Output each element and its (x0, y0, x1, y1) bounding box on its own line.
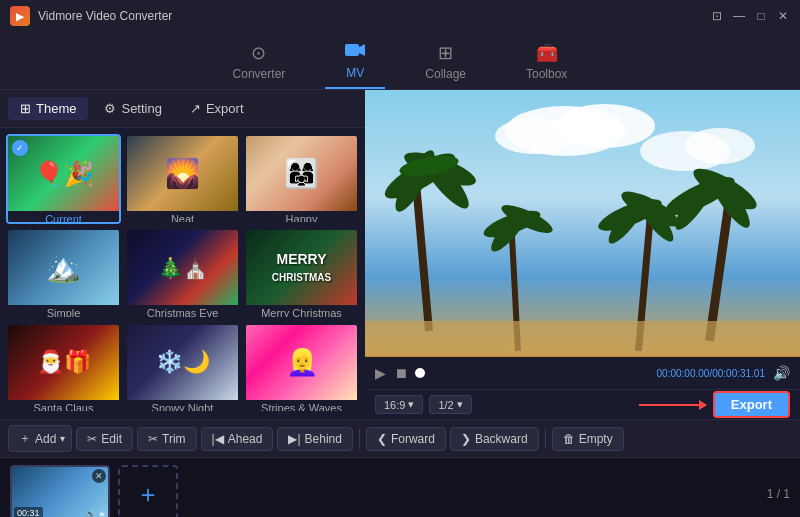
ratio-value: 16:9 (384, 399, 405, 411)
tab-toolbox-label: Toolbox (526, 67, 567, 81)
subtab-theme[interactable]: ⊞ Theme (8, 97, 88, 120)
theme-thumb-neat: 🌄 (127, 136, 238, 211)
svg-point-5 (495, 118, 575, 154)
edit-label: Edit (101, 432, 122, 446)
behind-label: Behind (305, 432, 342, 446)
setting-gear-icon: ⚙ (104, 101, 116, 116)
timeline: ✕ 00:31 🔊 ★ ＋ 1 / 1 (0, 457, 800, 517)
trim-button[interactable]: ✂ Trim (137, 427, 197, 451)
stop-button[interactable]: ⏹ (394, 365, 408, 381)
time-display: 00:00:00.00/00:00:31.01 (657, 368, 765, 379)
behind-icon: ▶| (288, 432, 300, 446)
timeline-clip[interactable]: ✕ 00:31 🔊 ★ (10, 465, 110, 518)
clip-audio-icon: 🔊 (85, 509, 96, 518)
edit-icon: ✂ (87, 432, 97, 446)
subtab-theme-label: Theme (36, 101, 76, 116)
converter-icon: ⊙ (251, 42, 266, 64)
merry-christmas-text: MERRYCHRISTMAS (272, 251, 331, 285)
mv-icon (345, 42, 365, 63)
theme-item-santa-claus[interactable]: 🎅🎁 Santa Claus (6, 323, 121, 413)
theme-label-santa-claus: Santa Claus (8, 400, 119, 413)
ahead-icon: |◀ (212, 432, 224, 446)
forward-label: Forward (391, 432, 435, 446)
theme-item-simple[interactable]: 🏔️ Simple (6, 228, 121, 318)
theme-thumb-stripes: 👱‍♀️ (246, 325, 357, 400)
theme-grid-icon: ⊞ (20, 101, 31, 116)
video-preview (365, 90, 800, 357)
svg-rect-28 (365, 321, 800, 356)
theme-item-current[interactable]: ✓ 🎈🎉 Current (6, 134, 121, 224)
behind-button[interactable]: ▶| Behind (277, 427, 353, 451)
theme-thumb-current: ✓ 🎈🎉 (8, 136, 119, 211)
sub-tabs: ⊞ Theme ⚙ Setting ↗ Export (0, 90, 365, 128)
app-title: Vidmore Video Converter (38, 9, 172, 23)
add-clip-button[interactable]: ＋ (118, 465, 178, 518)
theme-item-merry-christmas[interactable]: MERRYCHRISTMAS Merry Christmas (244, 228, 359, 318)
ratio-left: 16:9 ▾ 1/2 ▾ (375, 395, 472, 414)
ahead-button[interactable]: |◀ Ahead (201, 427, 274, 451)
tab-mv-label: MV (346, 66, 364, 80)
add-plus-icon: ＋ (19, 430, 31, 447)
svg-point-7 (685, 128, 755, 164)
theme-label-simple: Simple (8, 305, 119, 318)
theme-thumb-christmas: 🎄⛪ (127, 230, 238, 305)
theme-label-happy: Happy (246, 211, 357, 224)
backward-button[interactable]: ❯ Backward (450, 427, 539, 451)
forward-icon: ❮ (377, 432, 387, 446)
theme-item-christmas-eve[interactable]: 🎄⛪ Christmas Eve (125, 228, 240, 318)
subtab-setting[interactable]: ⚙ Setting (92, 97, 173, 120)
ahead-label: Ahead (228, 432, 263, 446)
volume-button[interactable]: 🔊 (773, 365, 790, 381)
clip-fx-icon: ★ (98, 509, 106, 518)
minimize-button[interactable]: ⊡ (710, 9, 724, 23)
theme-label-stripes-waves: Stripes & Waves (246, 400, 357, 413)
theme-thumb-merry: MERRYCHRISTMAS (246, 230, 357, 305)
tab-collage[interactable]: ⊞ Collage (405, 36, 486, 89)
forward-button[interactable]: ❮ Forward (366, 427, 446, 451)
video-controls: ▶ ⏹ 00:00:00.00/00:00:31.01 🔊 (365, 357, 800, 389)
subtab-export[interactable]: ↗ Export (178, 97, 256, 120)
titlebar-controls: ⊡ — □ ✕ (710, 9, 790, 23)
theme-item-neat[interactable]: 🌄 Neat (125, 134, 240, 224)
left-panel: ⊞ Theme ⚙ Setting ↗ Export ✓ 🎈🎉 Current (0, 90, 365, 419)
empty-button[interactable]: 🗑 Empty (552, 427, 624, 451)
ratio-selector[interactable]: 16:9 ▾ (375, 395, 423, 414)
add-button[interactable]: ＋ Add ▾ (8, 425, 72, 452)
bottom-toolbar: ＋ Add ▾ ✂ Edit ✂ Trim |◀ Ahead ▶| Behind… (0, 419, 800, 457)
right-panel: ▶ ⏹ 00:00:00.00/00:00:31.01 🔊 16:9 ▾ (365, 90, 800, 419)
nav-tabs: ⊙ Converter MV ⊞ Collage 🧰 Toolbox (0, 32, 800, 90)
clip-close-button[interactable]: ✕ (92, 469, 106, 483)
tab-converter[interactable]: ⊙ Converter (213, 36, 306, 89)
theme-thumb-simple: 🏔️ (8, 230, 119, 305)
arrow-indicator (639, 400, 707, 410)
svg-marker-1 (359, 44, 365, 56)
tab-toolbox[interactable]: 🧰 Toolbox (506, 36, 587, 89)
subtab-export-label: Export (206, 101, 244, 116)
theme-label-snowy-night: Snowy Night (127, 400, 238, 413)
restore-button[interactable]: — (732, 9, 746, 23)
theme-label-merry-christmas: Merry Christmas (246, 305, 357, 318)
theme-item-snowy-night[interactable]: ❄️🌙 Snowy Night (125, 323, 240, 413)
close-button[interactable]: ✕ (776, 9, 790, 23)
edit-button[interactable]: ✂ Edit (76, 427, 133, 451)
empty-label: Empty (579, 432, 613, 446)
play-button[interactable]: ▶ (375, 365, 386, 381)
add-arrow-icon: ▾ (60, 433, 65, 444)
export-button[interactable]: Export (713, 391, 790, 418)
theme-item-stripes-waves[interactable]: 👱‍♀️ Stripes & Waves (244, 323, 359, 413)
arrow-line (639, 404, 699, 406)
toolbox-icon: 🧰 (536, 42, 558, 64)
tab-mv[interactable]: MV (325, 36, 385, 89)
theme-thumb-snowy: ❄️🌙 (127, 325, 238, 400)
controls-right: 00:00:00.00/00:00:31.01 🔊 (657, 365, 790, 381)
ratio-row: 16:9 ▾ 1/2 ▾ Export (365, 389, 800, 419)
maximize-button[interactable]: □ (754, 9, 768, 23)
theme-item-happy[interactable]: 👩‍👩‍👧 Happy (244, 134, 359, 224)
theme-thumb-santa: 🎅🎁 (8, 325, 119, 400)
scale-selector[interactable]: 1/2 ▾ (429, 395, 471, 414)
theme-grid: ✓ 🎈🎉 Current 🌄 Neat 👩‍👩‍👧 Happy (0, 128, 365, 419)
backward-icon: ❯ (461, 432, 471, 446)
toolbar-separator (359, 429, 360, 449)
theme-thumb-happy: 👩‍👩‍👧 (246, 136, 357, 211)
empty-trash-icon: 🗑 (563, 432, 575, 446)
